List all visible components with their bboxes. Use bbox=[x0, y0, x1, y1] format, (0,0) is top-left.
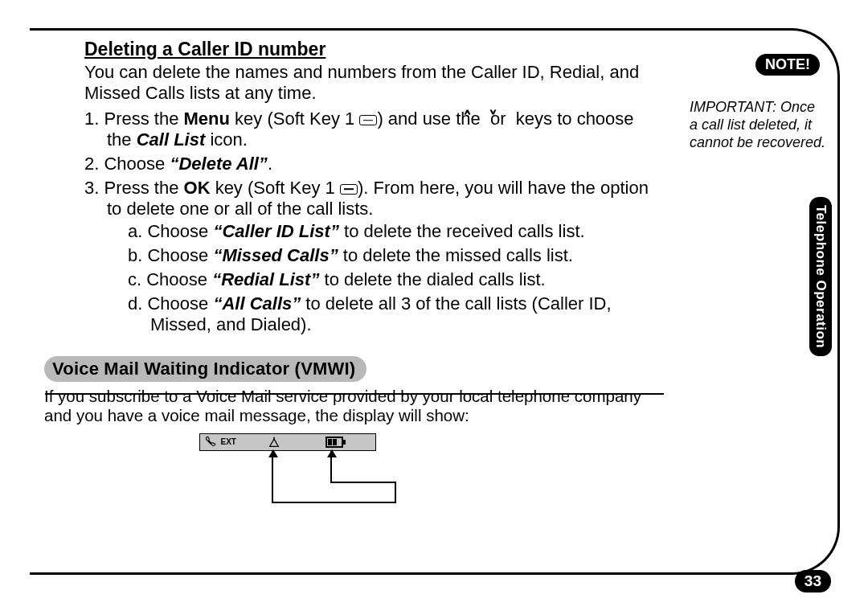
chapter-tab: Telephone Operation bbox=[809, 197, 832, 356]
intro-text: You can delete the names and numbers fro… bbox=[84, 62, 651, 104]
softkey-icon bbox=[340, 184, 358, 195]
note-badge: NOTE! bbox=[755, 54, 820, 76]
svg-rect-4 bbox=[333, 439, 337, 445]
lcd-illustration: EXT bbox=[199, 433, 408, 507]
svg-rect-2 bbox=[342, 440, 346, 445]
callout-line bbox=[330, 482, 396, 483]
lcd-ext-label: EXT bbox=[221, 437, 236, 447]
sub-step-a: a. Choose “Caller ID List” to delete the… bbox=[128, 221, 651, 242]
svg-rect-3 bbox=[328, 439, 332, 445]
sub-step-list: a. Choose “Caller ID List” to delete the… bbox=[107, 221, 651, 335]
sub-step-d: d. Choose “All Calls” to delete all 3 of… bbox=[128, 293, 651, 335]
lcd-bar: EXT bbox=[199, 433, 376, 451]
callout-arrow bbox=[272, 451, 273, 503]
page-number: 33 bbox=[795, 570, 831, 592]
note-text: IMPORTANT: Once a call list deleted, it … bbox=[690, 99, 826, 152]
callout-line bbox=[395, 482, 396, 503]
step-1: 1. Press the Menu key (Soft Key 1 ) and … bbox=[84, 109, 651, 150]
step-list: 1. Press the Menu key (Soft Key 1 ) and … bbox=[84, 109, 651, 335]
handset-icon bbox=[205, 436, 216, 449]
manual-page: Deleting a Caller ID number You can dele… bbox=[0, 0, 868, 615]
battery-icon bbox=[326, 437, 346, 448]
sub-step-c: c. Choose “Redial List” to delete the di… bbox=[128, 269, 651, 290]
vmwi-text: If you subscribe to a Voice Mail service… bbox=[44, 387, 663, 425]
section-heading-delete-cid: Deleting a Caller ID number bbox=[84, 39, 651, 60]
callout-arrow bbox=[330, 451, 332, 483]
section-heading-vmwi: Voice Mail Waiting Indicator (VMWI) bbox=[44, 356, 366, 382]
step-2: 2. Choose “Delete All”. bbox=[84, 154, 651, 174]
sub-step-b: b. Choose “Missed Calls” to delete the m… bbox=[128, 245, 651, 266]
softkey-icon bbox=[359, 115, 377, 125]
callout-line bbox=[272, 502, 396, 503]
envelope-bell-icon bbox=[268, 437, 280, 450]
section-divider bbox=[45, 393, 664, 395]
main-content: Deleting a Caller ID number You can dele… bbox=[84, 39, 651, 507]
step-3: 3. Press the OK key (Soft Key 1 ). From … bbox=[84, 178, 651, 335]
svg-point-0 bbox=[273, 437, 275, 439]
